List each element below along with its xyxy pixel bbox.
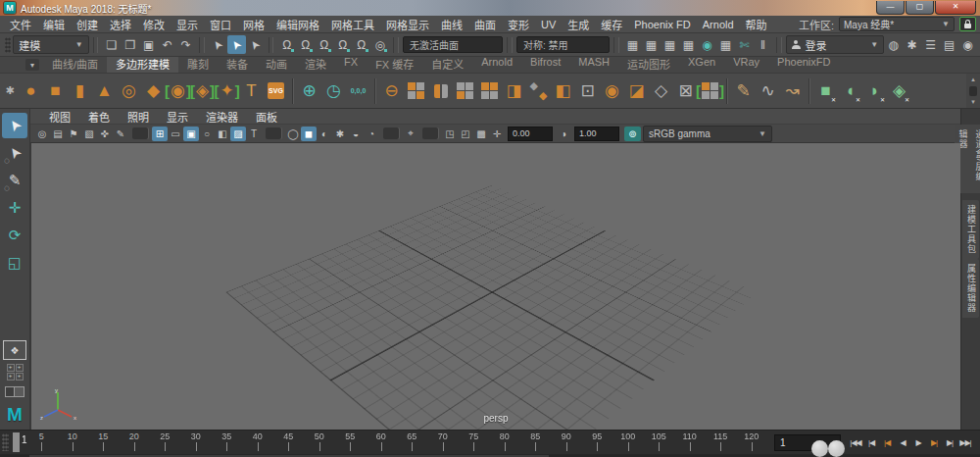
resolution-gate[interactable]: ▣ bbox=[183, 127, 199, 141]
workspace-lock-button[interactable] bbox=[959, 17, 976, 31]
tab-modeling-toolkit[interactable]: 建模工具包 bbox=[962, 200, 979, 259]
time-tick-35[interactable]: 35 bbox=[226, 432, 227, 453]
shadows-display[interactable]: ◒ bbox=[348, 127, 364, 141]
shelf-extrude[interactable]: ◧ bbox=[551, 77, 575, 105]
select-tool[interactable]: ➤ bbox=[2, 113, 27, 138]
shelf-icon[interactable] bbox=[726, 78, 727, 104]
shelf-tab-rigging[interactable]: 装备 bbox=[218, 57, 257, 73]
time-tick-75[interactable]: 75 bbox=[473, 432, 474, 453]
textured-display[interactable]: ◐ bbox=[317, 127, 332, 141]
menu-select[interactable]: 选择 bbox=[104, 17, 137, 32]
shelf-tab-rendering[interactable]: 渲染 bbox=[296, 57, 335, 73]
shelf-poly-sphere[interactable]: ● bbox=[19, 77, 43, 105]
safe-action[interactable]: ▨ bbox=[230, 127, 246, 141]
shelf-tab-mash[interactable]: MASH bbox=[569, 57, 618, 73]
menu-mesh[interactable]: 网格 bbox=[237, 17, 270, 32]
time-tick-50[interactable]: 50 bbox=[319, 432, 320, 453]
shelf-poly-cylinder[interactable]: ▮ bbox=[68, 77, 92, 105]
shelf-curve-pen[interactable]: ✎ bbox=[731, 77, 756, 105]
time-tick-90[interactable]: 90 bbox=[566, 432, 567, 453]
contrast-icon[interactable]: ◑ bbox=[556, 127, 571, 141]
shelf-gear-icon[interactable]: ✱ bbox=[3, 84, 17, 98]
snap-to-projected-center[interactable]: Ω bbox=[333, 35, 352, 54]
shelf-target-weld[interactable]: ⊡ bbox=[575, 77, 600, 105]
shelf-tab-fx[interactable]: FX bbox=[335, 57, 367, 73]
shelf-tab-phoenixfd[interactable]: PhoenixFD bbox=[768, 57, 839, 73]
time-tick-85[interactable]: 85 bbox=[535, 432, 536, 453]
shelf-poly-platonic-solid[interactable]: ◈ bbox=[190, 77, 215, 105]
snap-to-curve[interactable]: Ω bbox=[296, 35, 315, 54]
shelf-bevel[interactable]: ◨ bbox=[502, 77, 526, 105]
shelf-uv-grid-sphere[interactable] bbox=[698, 77, 722, 105]
time-tick-80[interactable]: 80 bbox=[505, 432, 506, 453]
menu-deform[interactable]: 变形 bbox=[502, 17, 535, 32]
menu-phoenix-fd[interactable]: Phoenix FD bbox=[628, 19, 696, 30]
ipr-render[interactable]: ▦ bbox=[661, 35, 679, 54]
open-scene[interactable]: ❐ bbox=[121, 35, 139, 54]
paint-select-tool[interactable]: ✎ bbox=[2, 168, 27, 193]
time-tick-100[interactable]: 100 bbox=[628, 432, 629, 453]
menu-set-selector[interactable]: 建模 ▼ bbox=[13, 35, 89, 54]
shelf-tab-animation[interactable]: 动画 bbox=[257, 57, 296, 73]
shelf-tab-poly-modeling[interactable]: 多边形建模 bbox=[107, 57, 178, 73]
toggle-tool-settings[interactable]: ✱ bbox=[903, 35, 921, 54]
time-tick-30[interactable]: 30 bbox=[196, 432, 197, 453]
shelf-subdiv-preview-shell[interactable]: ◖ bbox=[838, 77, 862, 105]
time-tick-110[interactable]: 110 bbox=[690, 432, 691, 453]
shelf-scrollbar[interactable]: ▴ ▾ bbox=[966, 74, 980, 108]
step-back-frame[interactable]: |◀ bbox=[863, 434, 879, 450]
menu-windows[interactable]: 窗口 bbox=[204, 17, 237, 32]
time-tick-25[interactable]: 25 bbox=[165, 432, 166, 453]
scroll-knob[interactable] bbox=[969, 86, 977, 96]
panel-menu-renderer[interactable]: 渲染器 bbox=[197, 109, 247, 125]
menu-generate[interactable]: 生成 bbox=[562, 17, 595, 32]
menu-cache[interactable]: 缓存 bbox=[595, 17, 628, 32]
go-to-start[interactable]: |◀◀ bbox=[848, 434, 863, 450]
shelf-menu-button[interactable]: ▾ bbox=[25, 59, 39, 71]
light-editor[interactable]: ✄ bbox=[735, 35, 754, 54]
render-current-frame[interactable]: ▦ bbox=[642, 35, 661, 54]
shelf-smooth[interactable] bbox=[526, 77, 551, 105]
workspace-selector[interactable]: Maya 经典* ▼ bbox=[839, 17, 955, 31]
shelf-marquee-region[interactable]: ⊠ bbox=[673, 77, 698, 105]
panel-menu-lighting[interactable]: 照明 bbox=[119, 109, 158, 125]
shelf-poly-plane[interactable]: ◆ bbox=[141, 77, 166, 105]
window-control-minimize[interactable]: — bbox=[876, 1, 905, 15]
shelf-tab-fx-caching[interactable]: FX 缓存 bbox=[367, 57, 422, 73]
shelf-tab-motion-graphics[interactable]: 运动图形 bbox=[618, 57, 679, 73]
login-dropdown[interactable]: 登录 ▼ bbox=[786, 35, 885, 54]
xray-display[interactable]: ◳ bbox=[442, 127, 458, 141]
render-settings[interactable]: ▦ bbox=[679, 35, 698, 54]
shelf-tab-vray[interactable]: VRay bbox=[724, 57, 768, 73]
new-scene[interactable]: ❏ bbox=[102, 35, 121, 54]
panel-menu-shading[interactable]: 着色 bbox=[79, 109, 119, 125]
shelf-reset-pivot-origin[interactable]: 0,0,0 bbox=[346, 77, 370, 105]
time-tick-55[interactable]: 55 bbox=[350, 432, 351, 453]
time-tick-105[interactable]: 105 bbox=[659, 432, 660, 453]
snap-to-point[interactable]: Ω bbox=[315, 35, 333, 54]
live-surface-field[interactable]: 无激活曲面 bbox=[403, 36, 504, 53]
panel-menu-view[interactable]: 视图 bbox=[40, 109, 79, 125]
film-gate[interactable]: ▭ bbox=[168, 127, 183, 141]
shelf-tab-xgen[interactable]: XGen bbox=[679, 57, 724, 73]
shelf-multi-cut[interactable] bbox=[477, 77, 502, 105]
panel-menu-panels[interactable]: 面板 bbox=[247, 109, 286, 125]
shelf-svg-tool[interactable]: SVG bbox=[264, 77, 288, 105]
shelf-fold-uvs[interactable]: ◪ bbox=[624, 77, 649, 105]
shelf-pencil-curve[interactable]: ↝ bbox=[780, 77, 805, 105]
shelf-tab-curves-surfaces[interactable]: 曲线/曲面 bbox=[43, 57, 107, 73]
panel-button[interactable] bbox=[132, 127, 148, 139]
snap-to-grid[interactable]: Ω bbox=[277, 35, 296, 54]
shelf-icon[interactable] bbox=[808, 78, 809, 104]
shelf-combine[interactable]: ⊖ bbox=[379, 77, 404, 105]
shelf-icon[interactable] bbox=[292, 78, 293, 104]
grease-pencil[interactable]: ✎ bbox=[113, 127, 128, 141]
time-tick-40[interactable]: 40 bbox=[258, 432, 259, 453]
time-tick-95[interactable]: 95 bbox=[597, 432, 598, 453]
time-tick-115[interactable]: 115 bbox=[720, 432, 721, 453]
image-plane[interactable]: ▧ bbox=[81, 127, 97, 141]
menu-edit-mesh[interactable]: 编辑网格 bbox=[270, 17, 325, 32]
select-by-object[interactable]: ➤ bbox=[227, 35, 246, 54]
grid-toggle[interactable]: ⊞ bbox=[152, 127, 168, 141]
go-to-end[interactable]: ▶▶| bbox=[957, 434, 973, 450]
